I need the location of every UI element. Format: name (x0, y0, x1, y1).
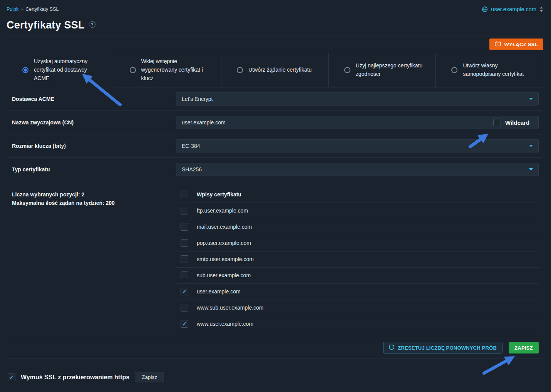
page-title: Certyfikaty SSL (7, 19, 85, 31)
common-name-input[interactable] (176, 116, 484, 129)
tab-paste-cert-key[interactable]: Wklej wstępnie wygenerowany certyfikat i… (114, 53, 222, 87)
form-row-acme-provider: Dostawca ACME Let's Encrypt (7, 87, 543, 111)
key-size-select[interactable]: EC-384 (176, 139, 539, 152)
radio-icon (130, 67, 136, 73)
wildcard-toggle[interactable]: Wildcard (484, 116, 539, 129)
tab-label: Uzyskaj automatyczny certyfikat od dosta… (34, 57, 101, 82)
tab-create-cert-request[interactable]: Utwórz żądanie certyfikatu (221, 53, 329, 87)
entry-domain: sub.user.example.com (197, 272, 251, 278)
breadcrumb: Pulpit › Certyfikaty SSL (7, 7, 59, 12)
entry-checkbox[interactable] (181, 288, 188, 295)
ssl-certificates-page: Pulpit › Certyfikaty SSL user.example.co… (0, 0, 551, 392)
entry-domain: smtp.user.example.com (197, 256, 254, 262)
entry-domain: user.example.com (197, 288, 241, 295)
entries-header-label: Wpisy certyfikatu (197, 191, 241, 198)
refresh-icon (389, 345, 394, 351)
entry-domain: pop.user.example.com (197, 240, 251, 246)
entry-domain: ftp.user.example.com (197, 208, 248, 214)
breadcrumb-separator-icon: › (21, 7, 23, 12)
entry-row: mail.user.example.com (176, 219, 539, 235)
select-all-checkbox[interactable] (181, 191, 188, 198)
entry-checkbox[interactable] (181, 271, 188, 279)
entries-summary: Liczna wybranych pozycji: 2 Maksymalna i… (12, 187, 176, 207)
key-size-value: EC-384 (182, 143, 200, 149)
account-domain: user.example.com (491, 6, 536, 12)
top-bar: Pulpit › Certyfikaty SSL user.example.co… (7, 6, 543, 12)
force-ssl-checkbox[interactable] (8, 374, 15, 381)
radio-icon (344, 67, 350, 73)
entry-checkbox[interactable] (181, 239, 188, 247)
globe-icon (482, 6, 488, 12)
entry-checkbox[interactable] (181, 223, 188, 231)
tab-label: Wklej wstępnie wygenerowany certyfikat i… (141, 57, 208, 82)
form-actions: ZRESETUJ LICZBĘ PONOWNYCH PRÓB ZAPISZ (7, 337, 543, 359)
form-row-cert-type: Typ certyfikatu SHA256 (7, 158, 543, 181)
radio-icon (237, 67, 243, 73)
chevron-down-icon (529, 98, 533, 100)
form-row-key-size: Rozmiar klucza (bity) EC-384 (7, 134, 543, 158)
tab-best-match-cert[interactable]: Użyj najlepszego certyfikatu zgodności (328, 53, 436, 87)
entry-checkbox[interactable] (181, 304, 188, 312)
disable-ssl-button[interactable]: WYŁĄCZ SSL (489, 39, 544, 50)
acme-provider-select[interactable]: Let's Encrypt (176, 92, 539, 106)
entry-row: ftp.user.example.com (176, 203, 539, 219)
entry-checkbox[interactable] (181, 207, 188, 214)
entry-domain: mail.user.example.com (197, 224, 252, 230)
force-ssl-row: Wymuś SSL z przekierowaniem https Zapisz (8, 372, 164, 382)
save-button[interactable]: ZAPISZ (509, 342, 539, 353)
footer-save-button[interactable]: Zapisz (135, 372, 164, 382)
acme-provider-value: Let's Encrypt (182, 96, 213, 102)
help-icon[interactable]: ? (89, 21, 95, 28)
chevron-down-icon (529, 168, 533, 171)
ssl-form: Dostawca ACME Let's Encrypt Nazwa zwycza… (7, 87, 543, 359)
wildcard-label: Wildcard (505, 119, 529, 126)
entry-row: www.user.example.com (176, 316, 539, 332)
form-row-cert-entries: Liczna wybranych pozycji: 2 Maksymalna i… (7, 181, 543, 337)
account-domain-selector[interactable]: user.example.com (482, 6, 543, 12)
cert-type-label: Typ certyfikatu (12, 166, 176, 173)
radio-icon (451, 67, 457, 73)
entry-checkbox[interactable] (181, 320, 188, 328)
tab-self-signed-cert[interactable]: Utwórz własny samopodpisany certyfikat (435, 53, 543, 87)
entry-row: user.example.com (176, 284, 539, 300)
key-size-label: Rozmiar klucza (bity) (12, 143, 176, 149)
tab-acme-auto-cert[interactable]: Uzyskaj automatyczny certyfikat od dosta… (7, 53, 114, 87)
cert-type-select[interactable]: SHA256 (176, 163, 539, 176)
entry-domain: www.sub.user.example.com (197, 305, 264, 311)
ssl-lock-icon (495, 41, 501, 48)
force-ssl-label: Wymuś SSL z przekierowaniem https (21, 374, 129, 381)
acme-provider-label: Dostawca ACME (12, 96, 176, 102)
form-row-common-name: Nazwa zwyczajowa (CN) Wildcard (7, 111, 543, 134)
entry-row: smtp.user.example.com (176, 251, 539, 268)
certificate-mode-tabs: Uzyskaj automatyczny certyfikat od dosta… (7, 53, 543, 87)
common-name-label: Nazwa zwyczajowa (CN) (12, 119, 176, 126)
cert-type-value: SHA256 (182, 166, 202, 173)
entries-header-row: Wpisy certyfikatu (176, 187, 539, 203)
entry-row: sub.user.example.com (176, 268, 539, 284)
title-row: Certyfikaty SSL ? (7, 19, 95, 31)
entry-domain: www.user.example.com (197, 321, 253, 327)
reset-retries-label: ZRESETUJ LICZBĘ PONOWNYCH PRÓB (398, 345, 497, 351)
wildcard-checkbox[interactable] (493, 119, 501, 126)
breadcrumb-current: Certyfikaty SSL (25, 7, 59, 12)
disable-ssl-label: WYŁĄCZ SSL (504, 42, 538, 47)
reset-retries-button[interactable]: ZRESETUJ LICZBĘ PONOWNYCH PRÓB (383, 342, 502, 353)
max-requests-label: Maksymalna ilość żądań na tydzień: 200 (12, 199, 176, 208)
breadcrumb-home-link[interactable]: Pulpit (7, 7, 18, 12)
tab-label: Utwórz żądanie certyfikatu (248, 66, 312, 74)
header-divider (7, 37, 543, 37)
radio-icon (22, 67, 28, 73)
entry-row: pop.user.example.com (176, 235, 539, 251)
entry-row: www.sub.user.example.com (176, 300, 539, 316)
chevron-up-down-icon (539, 7, 543, 12)
cert-entries-table: Wpisy certyfikatu ftp.user.example.com m… (176, 187, 539, 332)
tab-label: Utwórz własny samopodpisany certyfikat (463, 62, 530, 78)
entry-checkbox[interactable] (181, 255, 188, 263)
tab-label: Użyj najlepszego certyfikatu zgodności (356, 62, 423, 78)
chevron-down-icon (529, 145, 533, 147)
arrow-to-save-button (484, 358, 511, 373)
selected-count-label: Liczna wybranych pozycji: 2 (12, 191, 176, 199)
